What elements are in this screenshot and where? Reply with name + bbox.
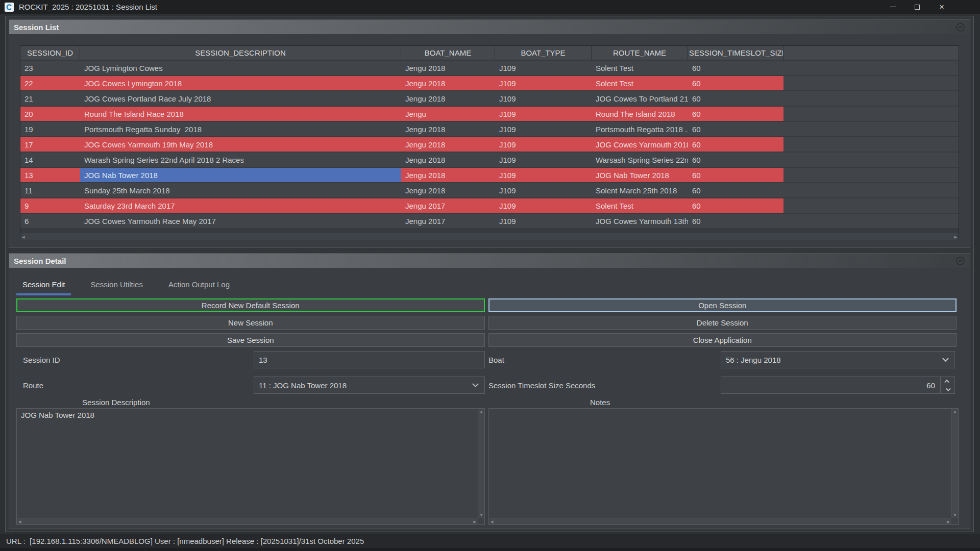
cell-boat-type[interactable]: J109 [495,122,592,136]
cell-timeslot[interactable]: 60 [688,76,783,90]
table-row[interactable]: 14Warash Spring Series 22nd April 2018 2… [20,153,959,167]
cell-boat-type[interactable]: J109 [495,168,592,182]
horizontal-scrollbar[interactable]: ◀ ▶ [17,518,478,524]
table-row[interactable]: 13JOG Nab Tower 2018Jengu 2018J109JOG Na… [20,168,959,182]
cell-route-name[interactable]: Solent March 25th 2018 [592,183,688,197]
cell-boat-type[interactable]: J109 [495,153,592,167]
collapse-session-list-button[interactable] [955,22,965,32]
cell-timeslot[interactable]: 60 [688,122,783,136]
cell-description[interactable]: JOG Lymington Cowes [80,61,401,75]
cell-route-name[interactable]: Portsmouth Regatta 2018 ... [592,122,688,136]
cell-route-name[interactable]: JOG Nab Tower 2018 [592,168,688,182]
cell-boat-type[interactable]: J109 [495,183,592,197]
cell-route-name[interactable]: JOG Cowes Yarmouth 13th... [592,214,688,228]
close-application-button[interactable]: Close Application [488,333,957,347]
cell-session-id[interactable]: 6 [20,214,80,228]
cell-boat-name[interactable]: Jengu 2018 [401,76,495,90]
minimize-button[interactable] [880,0,905,14]
cell-boat-name[interactable]: Jengu 2018 [401,61,495,75]
cell-timeslot[interactable]: 60 [688,183,783,197]
cell-session-id[interactable]: 19 [20,122,80,136]
cell-timeslot[interactable]: 60 [688,107,783,121]
scroll-down-icon[interactable]: ▼ [480,513,483,517]
tab-session-utilties[interactable]: Session Utilties [84,280,149,295]
scroll-left-icon[interactable]: ◀ [18,520,21,523]
cell-session-id[interactable]: 23 [20,61,80,75]
cell-route-name[interactable]: Warsash Spring Series 22n... [592,153,688,167]
new-session-button[interactable]: New Session [16,316,485,330]
record-new-default-session-button[interactable]: Record New Default Session [16,298,485,312]
cell-boat-type[interactable]: J109 [495,76,592,90]
cell-boat-type[interactable]: J109 [495,214,592,228]
notes-textarea[interactable]: ▲ ▼ ◀ ▶ [488,408,959,525]
cell-boat-name[interactable]: Jengu 2018 [401,91,495,106]
column-header-boat-name[interactable]: BOAT_NAME [401,46,495,60]
cell-boat-name[interactable]: Jengu [401,107,495,121]
cell-route-name[interactable]: JOG Cowes Yarmouth 2018 [592,137,688,152]
cell-session-id[interactable]: 17 [20,137,80,152]
cell-session-id[interactable]: 14 [20,153,80,167]
cell-boat-name[interactable]: Jengu 2018 [401,122,495,136]
session-description-textarea[interactable]: JOG Nab Tower 2018 ▲ ▼ ◀ ▶ [16,408,485,525]
vertical-scrollbar[interactable]: ▲ ▼ [478,409,484,518]
cell-session-id[interactable]: 20 [20,107,80,121]
cell-boat-name[interactable]: Jengu 2018 [401,137,495,152]
column-header-route-name[interactable]: ROUTE_NAME [592,46,688,60]
delete-session-button[interactable]: Delete Session [488,316,957,330]
table-row[interactable]: 17JOG Cowes Yarmouth 19th May 2018Jengu … [20,137,959,152]
cell-route-name[interactable]: Round The Island 2018 [592,107,688,121]
tab-session-edit[interactable]: Session Edit [16,280,71,295]
cell-description[interactable]: Saturday 23rd March 2017 [80,198,401,213]
cell-boat-type[interactable]: J109 [495,107,592,121]
cell-session-id[interactable]: 13 [20,168,80,182]
table-row[interactable]: 19Portsmouth Regatta Sunday 2018Jengu 20… [20,122,959,136]
cell-boat-name[interactable]: Jengu 2017 [401,198,495,213]
timeslot-spinner[interactable]: 60 [721,377,955,394]
cell-session-id[interactable]: 9 [20,198,80,213]
table-row[interactable]: 20Round The Island Race 2018JenguJ109Rou… [20,107,959,121]
cell-session-id[interactable]: 22 [20,76,80,90]
cell-timeslot[interactable]: 60 [688,214,783,228]
cell-boat-type[interactable]: J109 [495,198,592,213]
cell-route-name[interactable]: Solent Test [592,198,688,213]
cell-route-name[interactable]: Solent Test [592,76,688,90]
table-row[interactable]: 22JOG Cowes Lymington 2018Jengu 2018J109… [20,76,959,90]
column-header-session-id[interactable]: SESSION_ID [20,46,80,60]
open-session-button[interactable]: Open Session [488,298,957,312]
cell-boat-name[interactable]: Jengu 2018 [401,153,495,167]
scroll-down-icon[interactable]: ▼ [953,513,957,517]
scroll-right-icon[interactable]: ▶ [947,520,950,523]
cell-description[interactable]: Sunday 25th March 2018 [80,183,401,197]
column-header-session-description[interactable]: SESSION_DESCRIPTION [80,46,401,60]
cell-description[interactable]: JOG Nab Tower 2018 [80,168,401,182]
cell-description[interactable]: Warash Spring Series 22nd April 2018 2 R… [80,153,401,167]
tab-action-output-log[interactable]: Action Output Log [162,280,236,295]
route-dropdown[interactable]: 11 : JOG Nab Tower 2018 [254,377,485,394]
scroll-up-icon[interactable]: ▲ [480,410,483,413]
cell-description[interactable]: Portsmouth Regatta Sunday 2018 [80,122,401,136]
scroll-left-icon[interactable]: ◀ [22,235,24,239]
boat-dropdown[interactable]: 56 : Jengu 2018 [721,351,955,368]
table-row[interactable]: 21JOG Cowes Portland Race July 2018Jengu… [20,91,959,106]
cell-boat-name[interactable]: Jengu 2018 [401,168,495,182]
cell-boat-name[interactable]: Jengu 2018 [401,183,495,197]
table-row[interactable]: 9Saturday 23rd March 2017Jengu 2017J109S… [20,198,959,213]
session-id-field[interactable]: 13 [254,351,485,368]
maximize-button[interactable] [905,0,929,14]
cell-description[interactable]: Round The Island Race 2018 [80,107,401,121]
cell-timeslot[interactable]: 60 [688,137,783,152]
column-header-boat-type[interactable]: BOAT_TYPE [495,46,592,60]
scroll-up-icon[interactable]: ▲ [953,410,957,413]
cell-timeslot[interactable]: 60 [688,198,783,213]
cell-boat-type[interactable]: J109 [495,91,592,106]
cell-route-name[interactable]: Solent Test [592,61,688,75]
cell-boat-name[interactable]: Jengu 2017 [401,214,495,228]
cell-timeslot[interactable]: 60 [688,91,783,106]
close-button[interactable]: × [929,0,954,14]
vertical-scrollbar[interactable]: ▲ ▼ [951,409,958,518]
table-row[interactable]: 6JOG Cowes Yarmouth Race May 2017Jengu 2… [20,214,959,228]
table-row[interactable]: 11Sunday 25th March 2018Jengu 2018J109So… [20,183,959,197]
table-horizontal-scrollbar[interactable]: ◀ ▶ [20,234,959,240]
save-session-button[interactable]: Save Session [16,333,485,347]
cell-session-id[interactable]: 21 [20,91,80,106]
